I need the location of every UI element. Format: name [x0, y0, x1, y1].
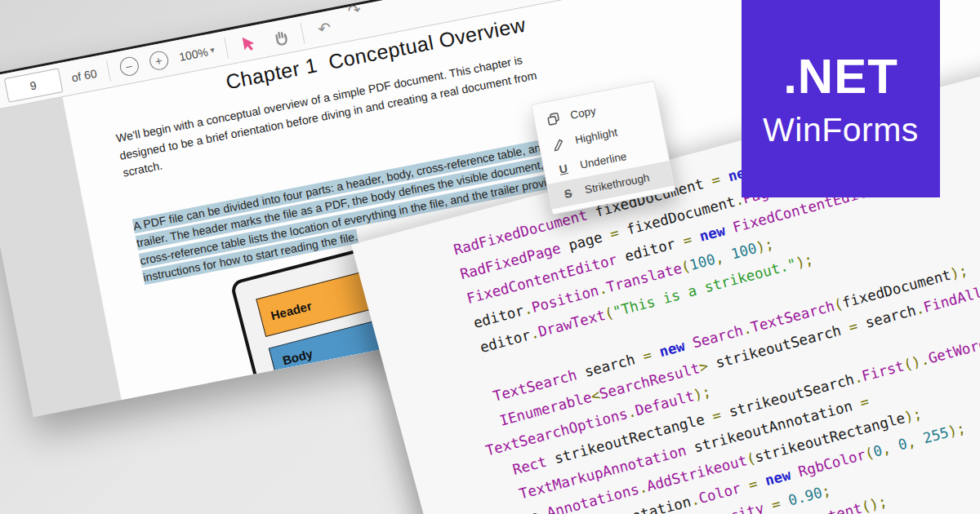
redo-icon: ↷: [346, 0, 363, 20]
highlighter-icon: [550, 136, 566, 152]
menu-item-label: Highlight: [574, 126, 618, 147]
chevron-down-icon: ▾: [209, 45, 216, 56]
copy-icon: [546, 111, 561, 126]
zoom-level-dropdown[interactable]: 100% ▾: [178, 43, 216, 63]
pointer-tool-button[interactable]: [236, 31, 261, 55]
strikethrough-icon: S: [563, 186, 572, 200]
toolbar-divider: [106, 60, 111, 82]
toolbar-divider: [300, 22, 305, 43]
menu-item-label: Underline: [579, 150, 628, 171]
menu-item-label: Strikethrough: [584, 171, 651, 196]
zoom-level-value: 100%: [178, 45, 209, 64]
zoom-out-button[interactable]: −: [118, 55, 140, 78]
diagram-body-label: Body: [281, 347, 314, 368]
redo-button[interactable]: ↷: [342, 0, 367, 23]
menu-item-label: Copy: [569, 104, 597, 122]
zoom-in-button[interactable]: +: [148, 50, 170, 72]
toolbar-divider: [224, 37, 229, 58]
hand-icon: [271, 28, 290, 47]
undo-icon: ↶: [316, 18, 332, 39]
pan-tool-button[interactable]: [268, 24, 292, 49]
underline-icon: U: [558, 162, 568, 176]
undo-button[interactable]: ↶: [312, 16, 336, 41]
page-number-input[interactable]: [3, 68, 62, 102]
dotnet-winforms-badge: .NET WinForms: [742, 0, 940, 197]
badge-winforms-label: WinForms: [763, 111, 919, 149]
diagram-header-label: Header: [270, 299, 313, 322]
pointer-cursor-icon: [238, 33, 257, 52]
context-menu: CopyHighlightUUnderlineSStrikethrough: [531, 81, 676, 215]
page-total-label: of 60: [70, 66, 98, 84]
badge-dotnet-label: .NET: [783, 48, 898, 104]
canvas: >| of 60 − + 100% ▾: [0, 0, 980, 514]
